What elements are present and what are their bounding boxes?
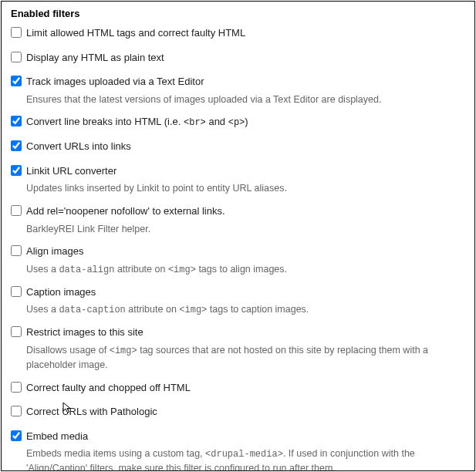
filter-align-images-checkbox[interactable] xyxy=(11,245,22,256)
filter-embed-media-description: Embeds media items using a custom tag, <… xyxy=(26,447,465,471)
filter-correct-urls-pathologic: Correct URLs with Pathologic xyxy=(11,404,465,420)
filter-limit-html-tags-label: Limit allowed HTML tags and correct faul… xyxy=(26,25,245,41)
filter-caption-images: Caption imagesUses a data-caption attrib… xyxy=(11,285,465,318)
filter-convert-linebreaks-label: Convert line breaks into HTML (i.e. <br>… xyxy=(26,114,248,130)
filter-linkit-url-checkbox[interactable] xyxy=(11,165,22,176)
filter-align-images-row[interactable]: Align images xyxy=(11,244,465,259)
filter-correct-faulty-html-row[interactable]: Correct faulty and chopped off HTML xyxy=(11,380,465,396)
filter-track-images-description: Ensures that the latest versions of imag… xyxy=(26,93,465,107)
filter-limit-html-tags: Limit allowed HTML tags and correct faul… xyxy=(11,25,465,41)
filter-track-images-checkbox[interactable] xyxy=(11,76,22,86)
filter-caption-images-row[interactable]: Caption images xyxy=(11,285,465,300)
filter-align-images: Align imagesUses a data-align attribute … xyxy=(11,244,465,277)
filter-add-rel-noopener-row[interactable]: Add rel='noopener nofollow' to external … xyxy=(11,204,465,219)
filter-convert-urls-checkbox[interactable] xyxy=(11,140,22,151)
filter-display-html-plain: Display any HTML as plain text xyxy=(11,50,465,66)
filter-align-images-label: Align images xyxy=(26,244,83,259)
filter-correct-urls-pathologic-checkbox[interactable] xyxy=(11,406,22,416)
filter-limit-html-tags-checkbox[interactable] xyxy=(11,27,22,38)
filter-track-images-row[interactable]: Track images uploaded via a Text Editor xyxy=(11,74,465,89)
filter-add-rel-noopener-label: Add rel='noopener nofollow' to external … xyxy=(26,204,225,219)
filter-embed-media-row[interactable]: Embed media xyxy=(11,429,465,444)
filter-linkit-url-description: Updates links inserted by Linkit to poin… xyxy=(26,181,465,196)
filter-display-html-plain-label: Display any HTML as plain text xyxy=(26,50,164,66)
filter-restrict-images-row[interactable]: Restrict images to this site xyxy=(11,325,465,340)
filter-add-rel-noopener-checkbox[interactable] xyxy=(11,205,22,216)
filter-add-rel-noopener-description: BarkleyREI Link Filter helper. xyxy=(26,222,465,237)
filter-restrict-images-checkbox[interactable] xyxy=(11,326,22,337)
filter-align-images-description: Uses a data-align attribute on <img> tag… xyxy=(26,262,465,277)
filter-correct-urls-pathologic-label: Correct URLs with Pathologic xyxy=(26,404,157,420)
filter-linkit-url: Linkit URL converterUpdates links insert… xyxy=(11,164,465,196)
filter-correct-faulty-html-label: Correct faulty and chopped off HTML xyxy=(26,380,191,396)
filter-restrict-images-label: Restrict images to this site xyxy=(26,325,143,340)
filter-convert-linebreaks-checkbox[interactable] xyxy=(11,116,22,126)
filter-add-rel-noopener: Add rel='noopener nofollow' to external … xyxy=(11,204,465,236)
filter-caption-images-description: Uses a data-caption attribute on <img> t… xyxy=(26,302,465,317)
filter-embed-media-checkbox[interactable] xyxy=(11,430,22,441)
filter-convert-linebreaks-row[interactable]: Convert line breaks into HTML (i.e. <br>… xyxy=(11,114,465,130)
filter-correct-faulty-html: Correct faulty and chopped off HTML xyxy=(11,380,465,396)
filter-track-images-label: Track images uploaded via a Text Editor xyxy=(26,74,204,89)
filter-correct-urls-pathologic-row[interactable]: Correct URLs with Pathologic xyxy=(11,404,465,420)
enabled-filters-panel: Enabled filters Limit allowed HTML tags … xyxy=(1,1,475,471)
filter-limit-html-tags-row[interactable]: Limit allowed HTML tags and correct faul… xyxy=(11,25,465,41)
filter-convert-urls-label: Convert URLs into links xyxy=(26,139,131,154)
filter-linkit-url-label: Linkit URL converter xyxy=(26,164,116,179)
filter-restrict-images-description: Disallows usage of <img> tag sources tha… xyxy=(26,343,465,373)
filter-caption-images-checkbox[interactable] xyxy=(11,286,22,297)
filter-list: Limit allowed HTML tags and correct faul… xyxy=(11,25,465,471)
filter-restrict-images: Restrict images to this siteDisallows us… xyxy=(11,325,465,372)
filter-linkit-url-row[interactable]: Linkit URL converter xyxy=(11,164,465,179)
filter-caption-images-label: Caption images xyxy=(26,285,96,300)
filter-convert-urls-row[interactable]: Convert URLs into links xyxy=(11,139,465,154)
filter-display-html-plain-checkbox[interactable] xyxy=(11,52,22,62)
filter-correct-faulty-html-checkbox[interactable] xyxy=(11,382,22,393)
filter-convert-linebreaks: Convert line breaks into HTML (i.e. <br>… xyxy=(11,114,465,130)
filter-convert-urls: Convert URLs into links xyxy=(11,139,465,154)
filter-embed-media: Embed mediaEmbeds media items using a cu… xyxy=(11,429,465,472)
filter-track-images: Track images uploaded via a Text EditorE… xyxy=(11,74,465,106)
filter-embed-media-label: Embed media xyxy=(26,429,88,444)
panel-title: Enabled filters xyxy=(11,8,465,19)
filter-display-html-plain-row[interactable]: Display any HTML as plain text xyxy=(11,50,465,66)
